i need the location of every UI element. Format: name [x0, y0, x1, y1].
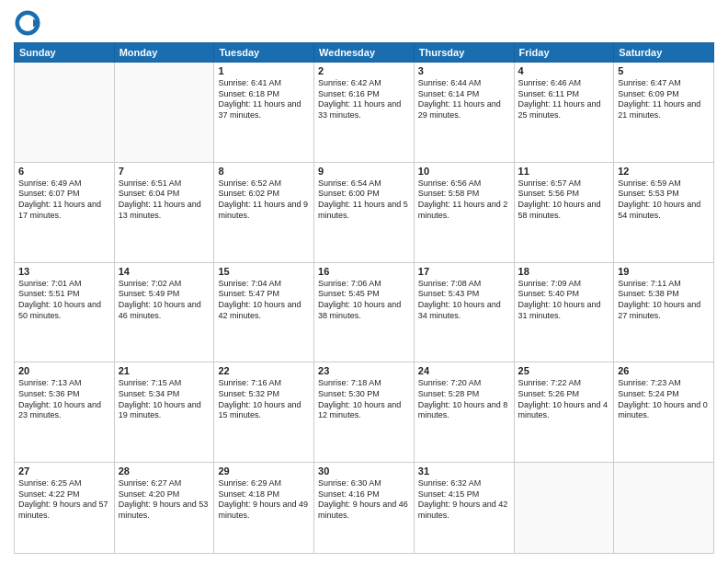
calendar-header-row: SundayMondayTuesdayWednesdayThursdayFrid…	[15, 43, 714, 63]
calendar-cell: 15Sunrise: 7:04 AMSunset: 5:47 PMDayligh…	[214, 262, 314, 362]
day-info: Sunset: 5:40 PM	[518, 289, 610, 300]
day-info: Sunrise: 7:22 AM	[518, 378, 610, 389]
calendar-cell: 28Sunrise: 6:27 AMSunset: 4:20 PMDayligh…	[114, 463, 214, 554]
calendar-cell: 17Sunrise: 7:08 AMSunset: 5:43 PMDayligh…	[414, 262, 514, 362]
day-number: 27	[18, 465, 110, 477]
day-info: Daylight: 9 hours and 57 minutes.	[18, 500, 110, 521]
logo-icon	[14, 9, 41, 37]
day-number: 24	[418, 365, 510, 376]
day-info: Sunrise: 7:23 AM	[618, 378, 710, 389]
day-info: Daylight: 10 hours and 8 minutes.	[418, 400, 510, 421]
day-info: Daylight: 11 hours and 21 minutes.	[618, 99, 710, 121]
calendar-cell: 18Sunrise: 7:09 AMSunset: 5:40 PMDayligh…	[514, 262, 614, 362]
day-info: Sunrise: 7:02 AM	[119, 279, 210, 290]
day-info: Daylight: 10 hours and 4 minutes.	[518, 400, 610, 421]
calendar-week-row: 1Sunrise: 6:41 AMSunset: 6:18 PMDaylight…	[15, 63, 714, 163]
day-info: Sunrise: 6:41 AM	[218, 78, 310, 89]
day-info: Daylight: 10 hours and 19 minutes.	[119, 400, 210, 421]
day-info: Sunrise: 7:08 AM	[418, 279, 510, 290]
day-number: 12	[618, 166, 710, 177]
day-info: Daylight: 10 hours and 46 minutes.	[119, 300, 210, 321]
day-info: Sunset: 5:28 PM	[418, 389, 510, 400]
calendar-cell: 4Sunrise: 6:46 AMSunset: 6:11 PMDaylight…	[514, 63, 614, 163]
day-info: Daylight: 11 hours and 13 minutes.	[119, 200, 210, 221]
day-header-tuesday: Tuesday	[214, 43, 314, 63]
calendar-cell: 23Sunrise: 7:18 AMSunset: 5:30 PMDayligh…	[314, 362, 415, 463]
day-info: Daylight: 10 hours and 0 minutes.	[618, 400, 710, 421]
page: SundayMondayTuesdayWednesdayThursdayFrid…	[0, 0, 728, 563]
day-number: 31	[418, 465, 510, 477]
day-info: Sunrise: 6:27 AM	[119, 478, 210, 489]
day-info: Sunset: 5:36 PM	[18, 389, 110, 400]
day-info: Sunset: 4:18 PM	[218, 489, 310, 500]
calendar-cell: 21Sunrise: 7:15 AMSunset: 5:34 PMDayligh…	[114, 362, 214, 463]
day-number: 22	[218, 365, 310, 376]
day-info: Sunrise: 7:18 AM	[318, 378, 410, 389]
day-info: Daylight: 10 hours and 38 minutes.	[318, 300, 410, 321]
day-info: Sunset: 6:09 PM	[618, 89, 710, 100]
day-info: Daylight: 10 hours and 42 minutes.	[218, 300, 310, 321]
day-number: 5	[618, 65, 710, 76]
day-header-sunday: Sunday	[15, 43, 115, 63]
calendar-cell: 5Sunrise: 6:47 AMSunset: 6:09 PMDaylight…	[614, 63, 714, 163]
calendar-cell: 3Sunrise: 6:44 AMSunset: 6:14 PMDaylight…	[414, 63, 514, 163]
day-number: 30	[318, 465, 410, 477]
day-info: Sunset: 4:20 PM	[119, 489, 210, 500]
day-number: 15	[218, 266, 310, 277]
day-number: 28	[119, 465, 210, 477]
day-header-saturday: Saturday	[614, 43, 714, 63]
calendar-cell: 29Sunrise: 6:29 AMSunset: 4:18 PMDayligh…	[214, 463, 314, 554]
day-number: 9	[318, 166, 410, 177]
day-number: 17	[418, 266, 510, 277]
calendar-cell: 31Sunrise: 6:32 AMSunset: 4:15 PMDayligh…	[414, 463, 514, 554]
calendar-cell	[15, 63, 115, 163]
day-info: Sunrise: 6:56 AM	[418, 178, 510, 190]
day-info: Daylight: 10 hours and 12 minutes.	[318, 400, 410, 421]
day-number: 23	[318, 365, 410, 376]
day-number: 10	[418, 166, 510, 177]
day-number: 19	[618, 266, 710, 277]
day-info: Sunset: 6:07 PM	[18, 189, 110, 200]
day-number: 11	[518, 166, 610, 177]
day-info: Sunset: 4:16 PM	[318, 489, 410, 500]
day-info: Sunset: 5:43 PM	[418, 289, 510, 300]
day-info: Daylight: 10 hours and 23 minutes.	[18, 400, 110, 421]
calendar-cell: 14Sunrise: 7:02 AMSunset: 5:49 PMDayligh…	[114, 262, 214, 362]
calendar-cell: 1Sunrise: 6:41 AMSunset: 6:18 PMDaylight…	[214, 63, 314, 163]
day-info: Daylight: 10 hours and 54 minutes.	[618, 200, 710, 221]
calendar-cell: 6Sunrise: 6:49 AMSunset: 6:07 PMDaylight…	[15, 162, 115, 262]
calendar-cell: 10Sunrise: 6:56 AMSunset: 5:58 PMDayligh…	[414, 162, 514, 262]
day-info: Sunrise: 6:44 AM	[418, 78, 510, 89]
calendar-week-row: 6Sunrise: 6:49 AMSunset: 6:07 PMDaylight…	[15, 162, 714, 262]
day-info: Daylight: 10 hours and 34 minutes.	[418, 300, 510, 321]
day-info: Sunset: 5:51 PM	[18, 289, 110, 300]
day-number: 1	[218, 65, 310, 76]
calendar-cell	[514, 463, 614, 554]
calendar-week-row: 27Sunrise: 6:25 AMSunset: 4:22 PMDayligh…	[15, 463, 714, 554]
day-number: 2	[318, 65, 410, 76]
day-info: Sunrise: 6:30 AM	[318, 478, 410, 489]
day-info: Daylight: 11 hours and 33 minutes.	[318, 99, 410, 121]
day-info: Sunrise: 7:11 AM	[618, 279, 710, 290]
calendar-cell: 27Sunrise: 6:25 AMSunset: 4:22 PMDayligh…	[15, 463, 115, 554]
day-info: Sunset: 5:49 PM	[119, 289, 210, 300]
calendar-cell: 11Sunrise: 6:57 AMSunset: 5:56 PMDayligh…	[514, 162, 614, 262]
day-info: Sunset: 5:32 PM	[218, 389, 310, 400]
day-info: Sunset: 6:02 PM	[218, 189, 310, 200]
day-header-friday: Friday	[514, 43, 614, 63]
day-info: Daylight: 10 hours and 31 minutes.	[518, 300, 610, 321]
day-info: Daylight: 10 hours and 58 minutes.	[518, 200, 610, 221]
day-info: Sunrise: 7:16 AM	[218, 378, 310, 389]
day-info: Sunrise: 6:51 AM	[119, 178, 210, 190]
day-info: Sunset: 5:34 PM	[119, 389, 210, 400]
calendar-cell: 2Sunrise: 6:42 AMSunset: 6:16 PMDaylight…	[314, 63, 415, 163]
day-info: Daylight: 9 hours and 46 minutes.	[318, 500, 410, 521]
calendar-cell: 25Sunrise: 7:22 AMSunset: 5:26 PMDayligh…	[514, 362, 614, 463]
day-info: Sunrise: 7:13 AM	[18, 378, 110, 389]
day-number: 6	[18, 166, 110, 177]
day-info: Daylight: 11 hours and 37 minutes.	[218, 99, 310, 121]
logo	[14, 9, 45, 37]
calendar-cell	[114, 63, 214, 163]
day-number: 13	[18, 266, 110, 277]
day-info: Daylight: 11 hours and 2 minutes.	[418, 200, 510, 221]
